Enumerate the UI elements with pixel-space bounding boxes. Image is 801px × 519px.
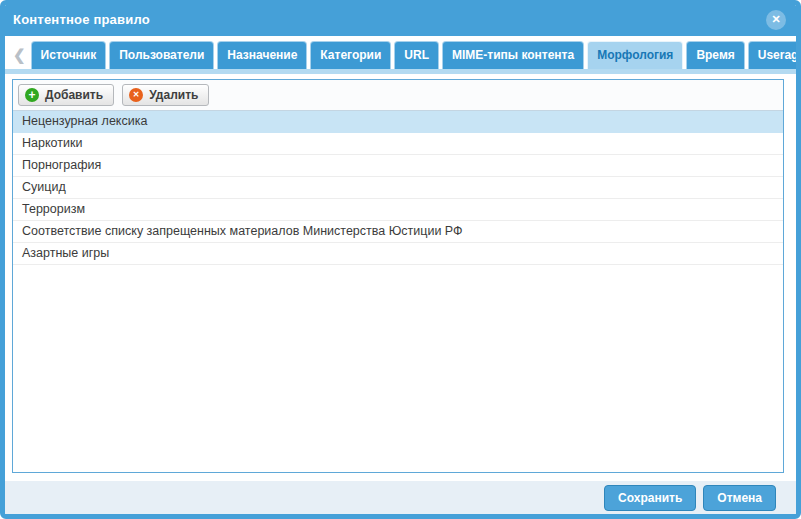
list-item-label: Порнография <box>22 158 101 172</box>
tab-label: Источник <box>41 48 97 62</box>
title-bar: Контентное правило ✕ <box>5 5 796 36</box>
x-circle-icon: ✕ <box>129 88 143 102</box>
tab-label: Морфология <box>597 48 673 62</box>
morphology-category-list: Нецензурная лексика Наркотики Порнографи… <box>13 111 783 472</box>
tab-list: Источник Пользователи Назначение Категор… <box>31 41 801 69</box>
tab-scroll-left-icon[interactable]: ❮ <box>13 46 26 64</box>
list-item-label: Терроризм <box>22 202 85 216</box>
cancel-button[interactable]: Отмена <box>703 485 776 511</box>
tab-6[interactable]: Морфология <box>587 41 683 69</box>
list-item-label: Наркотики <box>22 136 82 150</box>
tab-1[interactable]: Пользователи <box>109 41 214 69</box>
tab-label: Назначение <box>227 48 297 62</box>
content-rule-dialog: Контентное правило ✕ ❮ Источник Пользова… <box>0 0 801 519</box>
save-button[interactable]: Сохранить <box>604 485 696 511</box>
tab-2[interactable]: Назначение <box>217 41 307 69</box>
add-button[interactable]: + Добавить <box>18 84 114 106</box>
list-item-6[interactable]: Азартные игры <box>13 243 783 265</box>
tab-label: Пользователи <box>119 48 204 62</box>
list-item-label: Азартные игры <box>22 246 109 260</box>
list-item-label: Соответствие списку запрещенных материал… <box>22 224 463 238</box>
delete-button-label: Удалить <box>149 88 198 102</box>
list-item-2[interactable]: Порнография <box>13 155 783 177</box>
delete-button[interactable]: ✕ Удалить <box>122 84 209 106</box>
tab-label: URL <box>404 48 429 62</box>
dialog-title: Контентное правило <box>13 12 150 27</box>
tab-8[interactable]: Useragent <box>748 41 801 69</box>
tab-4[interactable]: URL <box>394 41 439 69</box>
tab-label: Useragent <box>758 48 801 62</box>
list-item-5[interactable]: Соответствие списку запрещенных материал… <box>13 221 783 243</box>
list-toolbar: + Добавить ✕ Удалить <box>13 80 783 111</box>
list-item-label: Суицид <box>22 180 66 194</box>
dialog-footer: Сохранить Отмена <box>5 481 796 514</box>
tab-0[interactable]: Источник <box>31 41 107 69</box>
tab-bar: ❮ Источник Пользователи Назначение Катег… <box>5 36 796 69</box>
tab-label: Время <box>696 48 734 62</box>
tab-label: MIME-типы контента <box>452 48 574 62</box>
morphology-panel: + Добавить ✕ Удалить Нецензурная лексика… <box>12 79 784 473</box>
tab-label: Категории <box>320 48 381 62</box>
add-button-label: Добавить <box>45 88 103 102</box>
tab-panel-morphology: + Добавить ✕ Удалить Нецензурная лексика… <box>5 74 796 481</box>
close-icon[interactable]: ✕ <box>766 10 786 30</box>
plus-circle-icon: + <box>25 88 39 102</box>
tab-7[interactable]: Время <box>686 41 744 69</box>
list-item-0[interactable]: Нецензурная лексика <box>13 111 783 133</box>
tab-5[interactable]: MIME-типы контента <box>442 41 584 69</box>
list-item-3[interactable]: Суицид <box>13 177 783 199</box>
list-item-4[interactable]: Терроризм <box>13 199 783 221</box>
list-item-1[interactable]: Наркотики <box>13 133 783 155</box>
tab-3[interactable]: Категории <box>310 41 391 69</box>
list-item-label: Нецензурная лексика <box>22 114 147 128</box>
